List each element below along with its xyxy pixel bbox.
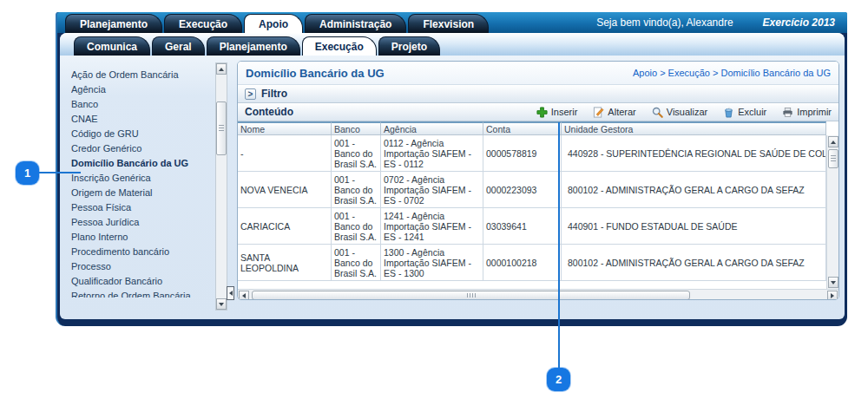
cell-nome: - [238, 135, 332, 172]
scroll-down-arrow-icon[interactable] [216, 298, 227, 310]
cell-banco: 001 - Banco do Brasil S.A. [332, 208, 381, 245]
sidebar-item-inscricao-generica[interactable]: Inscrição Genérica [71, 171, 212, 186]
scroll-left-arrow-icon[interactable] [239, 291, 249, 301]
print-button[interactable]: Imprimir [782, 107, 832, 118]
trash-icon [723, 107, 734, 118]
sidebar-scrollbar[interactable] [215, 62, 227, 311]
page: Planejamento Execução Apoio Administraçã… [0, 0, 868, 399]
filter-label: Filtro [261, 88, 287, 100]
window-body: Comunica Geral Planejamento Execução Pro… [60, 33, 845, 319]
top-nav-bar: Planejamento Execução Apoio Administraçã… [57, 12, 847, 33]
cell-nome: CARIACICA [238, 208, 332, 245]
sidebar-item-plano-interno[interactable]: Plano Interno [71, 230, 212, 245]
vertical-scrollbar-thumb[interactable] [828, 149, 838, 168]
table-header-row: Nome Banco Agência Conta Unidade Gestora [238, 121, 826, 135]
column-header-conta[interactable]: Conta [483, 121, 562, 135]
content-label: Conteúdo [245, 106, 293, 118]
edit-button[interactable]: Alterar [593, 107, 635, 118]
table-row[interactable]: SANTA LEOPOLDINA 001 - Banco do Brasil S… [238, 245, 826, 281]
tab-administracao[interactable]: Administração [305, 14, 406, 33]
sidebar-menu: Ação de Ordem Bancária Agência Banco CNA… [71, 68, 212, 298]
sidebar-item-agencia[interactable]: Agência [71, 82, 212, 97]
sidebar-scrollbar-thumb[interactable] [216, 101, 227, 155]
column-header-nome[interactable]: Nome [238, 121, 332, 135]
sidebar-item-origem-de-material[interactable]: Origem de Material [71, 186, 212, 200]
sidebar-item-cnae[interactable]: CNAE [71, 112, 212, 127]
delete-button[interactable]: Excluir [723, 107, 766, 118]
view-button[interactable]: Visualizar [652, 107, 708, 118]
welcome-area: Seja bem vindo(a), Alexandre Exercício 2… [584, 16, 847, 29]
subtab-execucao[interactable]: Execução [302, 36, 377, 56]
tab-planejamento[interactable]: Planejamento [65, 14, 162, 33]
cell-unidade-gestora: 800102 - ADMINISTRAÇÃO GERAL A CARGO DA … [562, 172, 826, 208]
callout-2-line [558, 122, 560, 369]
column-header-unidade-gestora[interactable]: Unidade Gestora [562, 121, 826, 135]
welcome-text: Seja bem vindo(a), Alexandre [596, 16, 733, 29]
cell-conta: 0000100218 [483, 245, 562, 281]
callout-1-line [38, 172, 81, 173]
callout-1-number: 1 [24, 167, 30, 180]
insert-button-label: Inserir [551, 107, 578, 117]
content-bar: Conteúdo Inserir Alterar [238, 103, 838, 121]
sidebar-item-pessoa-fisica[interactable]: Pessoa Física [71, 200, 212, 215]
sidebar-item-retorno-de-ordem-bancaria[interactable]: Retorno de Ordem Bancária [71, 289, 212, 298]
column-header-agencia[interactable]: Agência [381, 121, 483, 135]
edit-pencil-icon [593, 107, 604, 118]
column-header-banco[interactable]: Banco [332, 121, 381, 135]
sidebar-item-acao-de-ordem-bancaria[interactable]: Ação de Ordem Bancária [71, 68, 212, 82]
printer-icon [782, 107, 793, 118]
tab-apoio[interactable]: Apoio [244, 14, 303, 33]
app-window: Planejamento Execução Apoio Administraçã… [56, 12, 847, 326]
cell-nome: SANTA LEOPOLDINA [238, 245, 332, 281]
sidebar-item-banco[interactable]: Banco [71, 97, 212, 112]
content-table: Nome Banco Agência Conta Unidade Gestora… [238, 121, 838, 300]
sidebar-collapse-button[interactable] [227, 286, 234, 300]
page-title: Domicílio Bancário da UG [246, 67, 385, 80]
scroll-up-arrow-icon[interactable] [828, 136, 838, 147]
edit-button-label: Alterar [608, 107, 635, 117]
table-row[interactable]: NOVA VENECIA 001 - Banco do Brasil S.A. … [238, 172, 826, 208]
cell-unidade-gestora: 440928 - SUPERINTEDÊNCIA REGIONAL DE SAÚ… [562, 135, 826, 172]
sidebar-item-qualificador-bancario[interactable]: Qualificador Bancário [71, 274, 212, 289]
table-vertical-scrollbar[interactable] [826, 135, 838, 289]
horizontal-scrollbar-thumb[interactable] [252, 291, 690, 300]
filter-expand-button[interactable]: > [245, 88, 256, 100]
callout-1-badge: 1 [16, 161, 39, 185]
sidebar-item-credor-generico[interactable]: Credor Genérico [71, 141, 212, 156]
main-panel: Domicílio Bancário da UG Apoio > Execuçã… [237, 61, 839, 300]
subtab-planejamento[interactable]: Planejamento [207, 36, 300, 56]
exercise-year: Exercício 2013 [763, 16, 835, 29]
toolbar: Inserir Alterar Visualizar [536, 107, 832, 118]
subtab-comunica[interactable]: Comunica [74, 36, 150, 56]
breadcrumb[interactable]: Apoio > Execução > Domicílio Bancário da… [633, 68, 831, 78]
subtab-geral[interactable]: Geral [152, 36, 205, 56]
callout-2-number: 2 [556, 373, 562, 386]
filter-bar: > Filtro [238, 85, 838, 103]
table-row[interactable]: - 001 - Banco do Brasil S.A. 0112 - Agên… [238, 135, 826, 172]
cell-banco: 001 - Banco do Brasil S.A. [332, 245, 381, 281]
insert-button[interactable]: Inserir [536, 107, 578, 118]
cell-agencia: 1241 - Agência Importação SIAFEM - ES - … [381, 208, 483, 245]
subtab-projeto[interactable]: Projeto [378, 36, 440, 56]
sidebar-item-processo[interactable]: Processo [71, 259, 212, 274]
tab-flexvision[interactable]: Flexvision [408, 14, 489, 33]
table-horizontal-scrollbar[interactable] [238, 289, 838, 300]
table-row[interactable]: CARIACICA 001 - Banco do Brasil S.A. 124… [238, 208, 826, 245]
sidebar-item-domicilio-bancario-da-ug[interactable]: Domicílio Bancário da UG [71, 156, 212, 171]
panel-title-row: Domicílio Bancário da UG Apoio > Execuçã… [238, 62, 838, 85]
print-button-label: Imprimir [797, 107, 832, 117]
magnifier-icon [652, 107, 663, 118]
sidebar-item-pessoa-juridica[interactable]: Pessoa Jurídica [71, 215, 212, 230]
cell-banco: 001 - Banco do Brasil S.A. [332, 135, 381, 172]
scroll-right-arrow-icon[interactable] [827, 291, 838, 301]
scroll-down-arrow-icon[interactable] [828, 277, 838, 288]
delete-button-label: Excluir [738, 107, 766, 117]
sidebar-item-codigo-de-gru[interactable]: Código de GRU [71, 127, 212, 141]
tab-execucao[interactable]: Execução [164, 14, 242, 33]
cell-agencia: 0702 - Agência Importação SIAFEM - ES - … [381, 172, 483, 208]
cell-agencia: 0112 - Agência Importação SIAFEM - ES - … [381, 135, 483, 172]
sidebar-item-procedimento-bancario[interactable]: Procedimento bancário [71, 245, 212, 259]
cell-banco: 001 - Banco do Brasil S.A. [332, 172, 381, 208]
scroll-up-arrow-icon[interactable] [216, 63, 227, 75]
sub-nav-bar: Comunica Geral Planejamento Execução Pro… [60, 33, 845, 56]
